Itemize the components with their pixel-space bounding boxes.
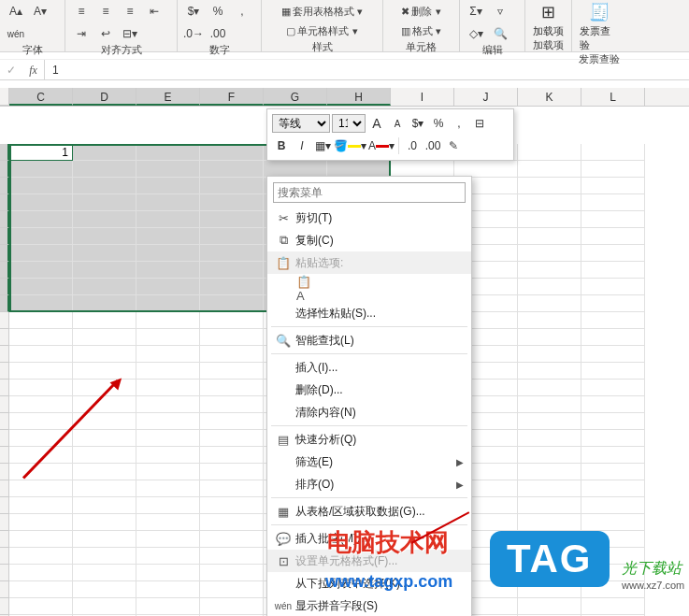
cell[interactable] [136, 581, 200, 598]
cell[interactable] [200, 312, 264, 329]
cell[interactable] [9, 312, 73, 329]
cell[interactable] [200, 413, 264, 430]
merge-icon[interactable]: ⊟▾ [120, 24, 140, 43]
wrap-text-icon[interactable]: ↩ [95, 24, 116, 43]
row-header[interactable] [0, 548, 9, 565]
cell[interactable] [73, 262, 136, 279]
cell[interactable] [136, 396, 200, 413]
col-header[interactable]: F [200, 88, 264, 106]
mini-dec-font-icon[interactable]: A [388, 114, 407, 133]
cell[interactable] [136, 312, 200, 329]
cell[interactable] [73, 279, 136, 295]
pinyin-icon[interactable]: wén [6, 24, 26, 43]
cell[interactable] [73, 312, 136, 329]
cell[interactable] [581, 295, 645, 312]
cell[interactable] [518, 363, 581, 380]
clear-icon[interactable]: ◇▾ [466, 24, 486, 43]
mini-italic-icon[interactable]: I [293, 136, 311, 155]
cell[interactable] [9, 363, 73, 380]
dec-inc-icon[interactable]: .0→ [183, 24, 204, 43]
cell[interactable] [73, 161, 136, 178]
sum-icon[interactable]: Σ▾ [466, 2, 486, 21]
row-header[interactable] [0, 329, 9, 346]
cell[interactable] [200, 228, 264, 245]
cell-styles-button[interactable]: ▢单元格样式 ▾ [267, 21, 377, 40]
cell[interactable] [518, 211, 581, 228]
cell[interactable] [73, 480, 136, 497]
cell[interactable] [518, 464, 581, 480]
cell[interactable] [518, 329, 581, 346]
align-center-icon[interactable]: ≡ [95, 2, 116, 21]
mini-fill-color-icon[interactable]: 🪣▾ [334, 136, 366, 155]
cell[interactable] [581, 178, 645, 194]
cell[interactable] [581, 447, 645, 464]
cell[interactable] [136, 531, 200, 548]
cell[interactable] [9, 514, 73, 531]
cell[interactable] [73, 430, 136, 447]
cell[interactable] [9, 346, 73, 363]
cell[interactable] [9, 548, 73, 565]
row-header[interactable] [0, 565, 9, 581]
cell[interactable] [9, 262, 73, 279]
cell[interactable] [136, 211, 200, 228]
mini-percent-icon[interactable]: % [429, 114, 448, 133]
cell[interactable] [518, 295, 581, 312]
indent-inc-icon[interactable]: ⇥ [71, 24, 92, 43]
row-header[interactable] [0, 514, 9, 531]
cell[interactable] [9, 295, 73, 312]
cell[interactable] [73, 531, 136, 548]
cell[interactable] [581, 144, 645, 161]
select-all-corner[interactable] [0, 88, 9, 106]
col-header[interactable]: G [264, 88, 327, 106]
row-header[interactable] [0, 480, 9, 497]
align-left-icon[interactable]: ≡ [71, 2, 92, 21]
font-inc-icon[interactable]: A▴ [6, 2, 26, 21]
cell[interactable] [518, 480, 581, 497]
cell[interactable] [136, 598, 200, 615]
cell[interactable] [9, 380, 73, 396]
row-header[interactable] [0, 363, 9, 380]
menu-paste-special[interactable]: 选择性粘贴(S)... [267, 302, 471, 324]
cell[interactable] [200, 279, 264, 295]
cell[interactable] [200, 178, 264, 194]
mini-comma-icon[interactable]: , [450, 114, 468, 133]
cell[interactable] [200, 161, 264, 178]
cell[interactable] [73, 346, 136, 363]
cell[interactable] [9, 396, 73, 413]
cell[interactable] [518, 161, 581, 178]
cell[interactable] [200, 548, 264, 565]
comma-icon[interactable]: , [232, 2, 252, 21]
cell[interactable] [73, 211, 136, 228]
delete-button[interactable]: ✖删除 ▾ [389, 2, 453, 21]
formula-confirm-icon[interactable]: ✓ [0, 64, 22, 77]
cell[interactable] [200, 464, 264, 480]
cell[interactable] [136, 565, 200, 581]
table-format-button[interactable]: ▦套用表格格式 ▾ [267, 2, 377, 21]
cell[interactable] [9, 497, 73, 514]
mini-format-painter-icon[interactable]: ✎ [444, 136, 463, 155]
row-header[interactable] [0, 228, 9, 245]
cell[interactable] [9, 228, 73, 245]
cell[interactable] [518, 228, 581, 245]
cell[interactable] [73, 363, 136, 380]
cell[interactable] [581, 363, 645, 380]
cell[interactable] [73, 329, 136, 346]
percent-icon[interactable]: % [208, 2, 228, 21]
row-header[interactable] [0, 295, 9, 312]
cell[interactable] [200, 430, 264, 447]
cell[interactable] [518, 279, 581, 295]
col-header[interactable]: C [9, 88, 73, 106]
cell[interactable] [518, 194, 581, 211]
cell[interactable] [200, 396, 264, 413]
cell[interactable] [518, 262, 581, 279]
cell[interactable] [200, 380, 264, 396]
cell[interactable] [9, 565, 73, 581]
cell[interactable] [581, 464, 645, 480]
cell[interactable] [9, 480, 73, 497]
menu-clear[interactable]: 清除内容(N) [267, 401, 471, 423]
cell[interactable] [136, 194, 200, 211]
menu-show-pinyin[interactable]: wén显示拼音字段(S) [267, 595, 471, 616]
cell[interactable] [9, 598, 73, 615]
cell[interactable] [200, 497, 264, 514]
cell[interactable] [73, 228, 136, 245]
